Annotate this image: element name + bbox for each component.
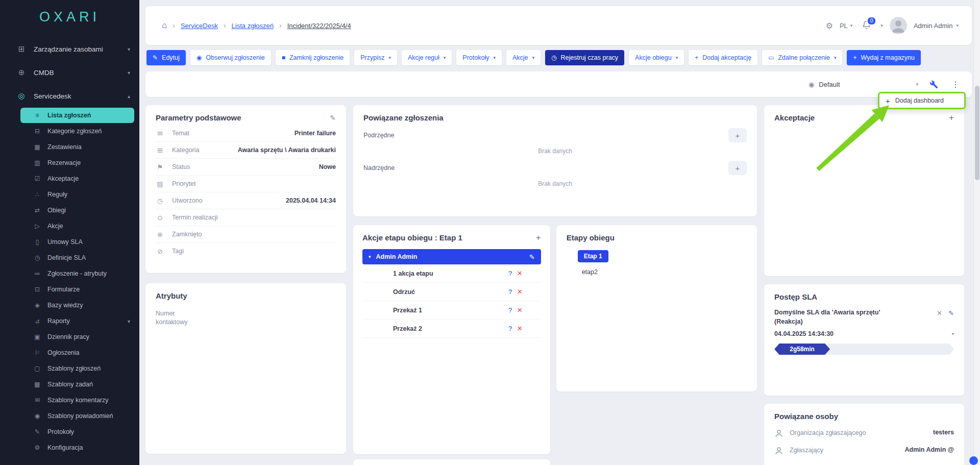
add-related-ticket-button[interactable]: + bbox=[728, 128, 747, 142]
sidebar-item-raporty[interactable]: ⊿ Raporty ▾ bbox=[20, 313, 134, 329]
edit-parameters-button[interactable]: ✎ bbox=[330, 114, 336, 122]
sidebar-nav: ⊞ Zarządzanie zasobami ▾ ⊕ CMDB ▾ ◎ Serv… bbox=[0, 37, 139, 455]
help-icon[interactable]: ? bbox=[508, 270, 512, 277]
sidebar-section-servicedesk[interactable]: ◎ Servicedesk ▴ bbox=[0, 84, 139, 108]
sidebar-section-cmdb[interactable]: ⊕ CMDB ▾ bbox=[0, 61, 139, 84]
sidebar-item-lista-zgloszen[interactable]: ≡ Lista zgłoszeń bbox=[20, 108, 134, 123]
sidebar-item-akcje[interactable]: ▷ Akcje bbox=[20, 218, 134, 234]
tags-icon: ⊘ bbox=[156, 248, 164, 255]
protocols-dropdown[interactable]: Protokoły▾ bbox=[456, 50, 502, 65]
log-work-time-button[interactable]: ◷Rejestruj czas pracy bbox=[545, 50, 624, 65]
sidebar-item-ogloszenia[interactable]: ⚐ Ogłoszenia bbox=[20, 345, 134, 360]
sidebar-item-reguly[interactable]: ∴ Reguły bbox=[20, 187, 134, 202]
breadcrumb-current-incident: Incident/322/2025/4/4 bbox=[287, 22, 351, 30]
dashboard-more-menu-button[interactable]: ⋮ bbox=[949, 80, 962, 89]
param-row: ◷ Utworzono 2025.04.04 14:34 bbox=[156, 192, 336, 209]
item-label: Akceptacje bbox=[47, 175, 79, 182]
button-label: Zamknij zgłoszenie bbox=[289, 54, 344, 61]
help-icon[interactable]: ? bbox=[508, 325, 512, 332]
breadcrumb-link-lista-zgloszen[interactable]: Lista zgłoszeń bbox=[232, 22, 274, 30]
document-icon: ▯ bbox=[34, 238, 41, 246]
edit-sla-button[interactable]: ✎ bbox=[948, 309, 954, 317]
assignee-group-header[interactable]: ▾ Admin Admin ✎ bbox=[362, 249, 541, 264]
chevron-down-icon: ▾ bbox=[369, 254, 371, 259]
stop-icon: ■ bbox=[282, 54, 285, 61]
card-title: Atrybuty bbox=[156, 291, 187, 300]
dashboard-settings-button[interactable] bbox=[929, 80, 938, 89]
remote-connection-dropdown[interactable]: ▭Zdalne połączenie▾ bbox=[762, 50, 842, 65]
sidebar-item-obiegi[interactable]: ⇄ Obiegi bbox=[20, 203, 134, 218]
chevron-down-icon[interactable]: ▾ bbox=[880, 23, 883, 28]
rule-actions-dropdown[interactable]: Akcje reguł▾ bbox=[402, 50, 452, 65]
home-icon[interactable]: ⌂ bbox=[162, 20, 167, 31]
scrollbar-thumb[interactable] bbox=[975, 86, 979, 180]
param-row: ⚑ Status Nowe bbox=[156, 159, 336, 176]
delete-action-icon[interactable]: ✕ bbox=[517, 288, 523, 296]
add-related-ticket-button[interactable]: + bbox=[728, 161, 747, 175]
sidebar-item-konfiguracja[interactable]: ⚙ Konfiguracja bbox=[20, 440, 134, 455]
workflow-actions-dropdown[interactable]: Akcje obiegu▾ bbox=[629, 50, 684, 65]
add-stage-action-button[interactable]: + bbox=[536, 233, 541, 242]
watch-ticket-button[interactable]: ◉Obserwuj zgłoszenie bbox=[190, 50, 271, 65]
add-approval-icon-button[interactable]: + bbox=[949, 113, 954, 122]
gear-icon[interactable]: ⚙ bbox=[826, 21, 833, 31]
category-icon: ⊞ bbox=[156, 146, 164, 154]
attribute-row: Numer kontaktowy bbox=[156, 309, 336, 327]
edit-button[interactable]: ✎Edytuj bbox=[146, 50, 186, 65]
sidebar-item-akceptacje[interactable]: ☑ Akceptacje bbox=[20, 171, 134, 186]
related-tickets-card: Powiązane zgłoszenia Podrzędne + Brak da… bbox=[353, 105, 757, 216]
assign-dropdown[interactable]: Przypisz▾ bbox=[354, 50, 397, 65]
sidebar-item-szablony-powiadomien[interactable]: ◉ Szablony powiadomień bbox=[20, 408, 134, 424]
edit-assignee-button[interactable]: ✎ bbox=[529, 253, 535, 261]
floating-widget-button[interactable] bbox=[969, 456, 978, 465]
item-label: Formularze bbox=[47, 286, 80, 293]
item-label: Konfiguracja bbox=[47, 444, 83, 451]
dashboard-selector[interactable]: ◉ Default ▾ bbox=[808, 81, 918, 88]
user-menu[interactable]: Admin Admin ▾ bbox=[914, 22, 959, 30]
dashboard-bar: ◉ Default ▾ ⋮ bbox=[145, 71, 972, 97]
add-approval-button[interactable]: +Dodaj akceptację bbox=[689, 50, 757, 65]
issue-from-warehouse-button[interactable]: +Wydaj z magazynu bbox=[847, 50, 921, 65]
calendar-icon: ▥ bbox=[34, 159, 41, 166]
actions-dropdown[interactable]: Akcje▾ bbox=[506, 50, 541, 65]
stage-action-row: Przekaż 1 ? ✕ bbox=[362, 301, 541, 320]
delete-action-icon[interactable]: ✕ bbox=[517, 270, 523, 277]
sidebar-item-zgloszenie-atrybuty[interactable]: ≔ Zgłoszenie - atrybuty bbox=[20, 266, 134, 281]
page-scrollbar bbox=[973, 0, 980, 465]
sidebar-item-szablony-zadan[interactable]: ▩ Szablony zadań bbox=[20, 377, 134, 392]
help-icon[interactable]: ? bbox=[508, 306, 512, 314]
sidebar-item-umowy-sla[interactable]: ▯ Umowy SLA bbox=[20, 234, 134, 250]
empty-state-text: Brak danych bbox=[363, 180, 747, 187]
cmdb-icon: ⊕ bbox=[17, 68, 26, 77]
close-ticket-button[interactable]: ■Zamknij zgłoszenie bbox=[276, 50, 350, 65]
sidebar-section-zarzadzanie-zasobami[interactable]: ⊞ Zarządzanie zasobami ▾ bbox=[0, 37, 139, 61]
delete-action-icon[interactable]: ✕ bbox=[517, 306, 523, 314]
sidebar-item-protokoly[interactable]: ✎ Protokoły bbox=[20, 424, 134, 439]
servicedesk-icon: ◎ bbox=[17, 91, 26, 101]
sidebar: OXARI ⊞ Zarządzanie zasobami ▾ ⊕ CMDB ▾ bbox=[0, 0, 139, 465]
clock-icon: ◷ bbox=[551, 54, 556, 61]
section-label: Servicedesk bbox=[34, 92, 71, 100]
sidebar-item-kategorie-zgloszen[interactable]: ⊟ Kategorie zgłoszeń bbox=[20, 124, 134, 139]
language-selector[interactable]: PL ▾ bbox=[840, 22, 852, 30]
sidebar-item-szablony-komentarzy[interactable]: ✉ Szablony komentarzy bbox=[20, 393, 134, 408]
help-icon[interactable]: ? bbox=[508, 288, 512, 296]
button-label: Akcje bbox=[512, 54, 528, 61]
person-row: Zgłaszający Admin Admin @ bbox=[774, 446, 954, 455]
sidebar-item-szablony-zgloszen[interactable]: ▢ Szablony zgłoszeń bbox=[20, 361, 134, 376]
person-icon bbox=[774, 446, 783, 455]
breadcrumb-link-servicedesk[interactable]: ServiceDesk bbox=[181, 22, 218, 30]
sidebar-item-definicje-sla[interactable]: ◷ Definicje SLA bbox=[20, 250, 134, 265]
avatar[interactable] bbox=[890, 17, 907, 34]
related-group-label: Nadrzędne bbox=[363, 164, 395, 172]
sidebar-item-bazy-wiedzy[interactable]: ◈ Bazy wiedzy bbox=[20, 298, 134, 313]
delete-action-icon[interactable]: ✕ bbox=[517, 325, 523, 332]
sidebar-item-dziennik-pracy[interactable]: ▣ Dziennik pracy bbox=[20, 329, 134, 345]
sidebar-item-zestawienia[interactable]: ▦ Zestawienia bbox=[20, 139, 134, 155]
notifications-button[interactable]: 0 bbox=[862, 20, 871, 31]
add-dashboard-menu-item[interactable]: + Dodaj dashboard bbox=[878, 92, 966, 109]
remove-sla-button[interactable]: ✕ bbox=[937, 309, 942, 317]
sla-remaining-time: 2g58min bbox=[790, 346, 815, 353]
sidebar-item-rezerwacje[interactable]: ▥ Rezerwacje bbox=[20, 155, 134, 170]
sidebar-item-formularze[interactable]: ⊡ Formularze bbox=[20, 282, 134, 297]
